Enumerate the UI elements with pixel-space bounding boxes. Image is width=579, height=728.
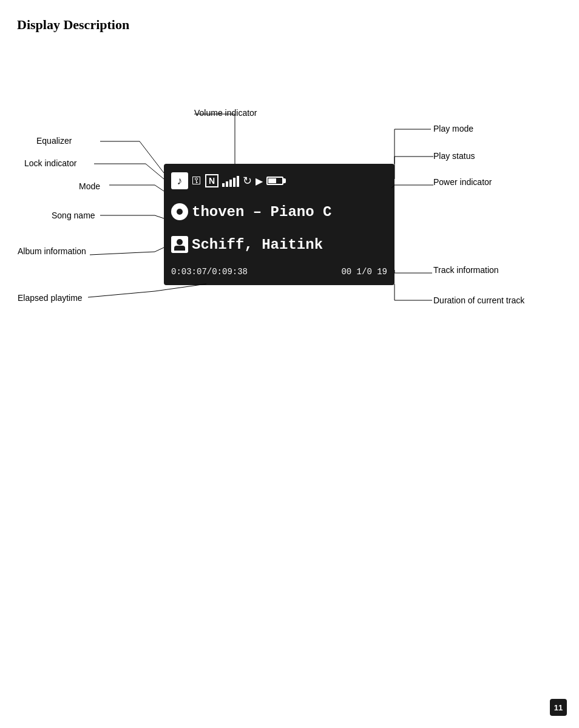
volume-indicator-label: Volume indicator xyxy=(194,108,257,118)
track-information-label: Track information xyxy=(433,265,499,275)
repeat-icon: ↻ xyxy=(243,174,252,187)
display-screen: ♪ ⚿ N ↻ ▶ thoven – Piano C xyxy=(164,164,394,285)
person-icon xyxy=(171,236,188,253)
equalizer-label: Equalizer xyxy=(36,136,72,146)
svg-line-4 xyxy=(140,141,164,173)
n-box-icon: N xyxy=(205,174,218,187)
status-bar: ♪ ⚿ N ↻ ▶ xyxy=(171,170,387,192)
album-information-label: Album information xyxy=(18,246,86,256)
svg-line-17 xyxy=(90,252,155,255)
song-icon xyxy=(171,203,188,220)
elapsed-playtime-label: Elapsed playtime xyxy=(18,293,83,303)
svg-line-14 xyxy=(155,215,164,218)
power-indicator-label: Power indicator xyxy=(433,177,492,187)
duration-current-track-label: Duration of current track xyxy=(433,295,524,305)
page-title: Display Description xyxy=(17,17,129,33)
album-info-text: Schiff, Haitink xyxy=(192,237,323,253)
page-number: 11 xyxy=(550,699,567,716)
svg-line-8 xyxy=(146,164,164,179)
mode-label: Mode xyxy=(79,181,100,191)
battery-icon xyxy=(266,177,286,185)
play-status-label: Play status xyxy=(433,151,475,161)
elapsed-time-text: 0:03:07/0:09:38 xyxy=(171,267,248,277)
song-name-row: thoven – Piano C xyxy=(171,199,387,224)
album-row: Schiff, Haitink xyxy=(171,232,387,257)
svg-line-12 xyxy=(155,185,164,191)
song-name-label: Song name xyxy=(52,211,95,220)
lock-indicator-label: Lock indicator xyxy=(24,158,76,168)
lock-icon: ⚿ xyxy=(192,175,201,186)
svg-line-16 xyxy=(155,248,164,252)
signal-icon xyxy=(222,175,239,187)
svg-line-21 xyxy=(88,291,155,297)
track-info-text: 00 1/0 19 xyxy=(341,267,387,277)
music-note-icon: ♪ xyxy=(171,172,188,189)
song-name-text: thoven – Piano C xyxy=(192,204,331,220)
play-status-icon: ▶ xyxy=(256,175,263,187)
time-row: 0:03:07/0:09:38 00 1/0 19 xyxy=(171,265,387,279)
play-mode-label: Play mode xyxy=(433,124,473,133)
